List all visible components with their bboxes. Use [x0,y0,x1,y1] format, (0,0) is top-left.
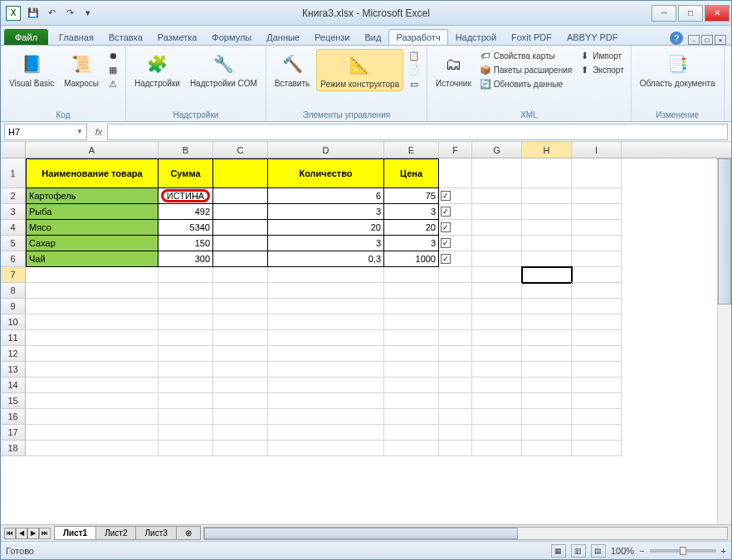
cell-E6[interactable]: 1000 [384,251,439,267]
cell-D15[interactable] [268,393,384,409]
save-icon[interactable]: 💾 [26,6,41,21]
zoom-out-button[interactable]: − [639,546,644,556]
cell-I18[interactable] [572,441,622,456]
cell-H4[interactable] [522,220,572,236]
cell-B1[interactable]: Сумма [159,158,213,188]
cell-F5[interactable]: ✓ [439,236,472,251]
cell-C9[interactable] [213,299,268,314]
cell-C8[interactable] [213,283,268,299]
cell-A1[interactable]: Наименование товара [26,158,159,188]
cell-B4[interactable]: 5340 [159,220,213,236]
tab-file[interactable]: Файл [4,29,48,45]
cell-A16[interactable] [26,409,159,425]
maximize-button[interactable]: □ [678,5,703,22]
cell-D16[interactable] [268,409,384,425]
hscroll-thumb[interactable] [204,528,518,539]
row-header-9[interactable]: 9 [1,299,26,314]
cell-I17[interactable] [572,425,622,441]
cell-F14[interactable] [439,377,472,393]
column-header-F[interactable]: F [439,142,472,158]
cell-C1[interactable] [213,158,268,188]
cell-B16[interactable] [159,409,213,425]
sheet-nav-first[interactable]: ⏮ [4,528,16,539]
row-header-13[interactable]: 13 [1,362,26,377]
sheet-tab-3[interactable]: Лист3 [135,526,176,540]
xml-import-button[interactable]: ⬇Импорт [577,49,626,62]
cell-I6[interactable] [572,251,622,267]
cell-C15[interactable] [213,393,268,409]
checkbox-6[interactable]: ✓ [441,254,451,264]
row-header-14[interactable]: 14 [1,377,26,393]
cell-H6[interactable] [522,251,572,267]
cell-I9[interactable] [572,299,622,314]
cell-E8[interactable] [384,283,439,299]
cell-I1[interactable] [572,158,622,188]
cell-I13[interactable] [572,362,622,377]
cell-F6[interactable]: ✓ [439,251,472,267]
tab-addins[interactable]: Надстрой [448,29,504,45]
run-dialog-button[interactable]: ▭ [407,77,422,90]
cell-D3[interactable]: 3 [268,204,384,220]
cell-H16[interactable] [522,409,572,425]
cell-B9[interactable] [159,299,213,314]
cell-C3[interactable] [213,204,268,220]
tab-insert[interactable]: Вставка [101,29,150,45]
cell-I15[interactable] [572,393,622,409]
column-header-I[interactable]: I [572,142,622,158]
cell-E12[interactable] [384,346,439,362]
qat-dropdown-icon[interactable]: ▾ [81,6,95,21]
cell-D4[interactable]: 20 [268,220,384,236]
row-header-17[interactable]: 17 [1,425,26,441]
cell-I10[interactable] [572,314,622,330]
tab-view[interactable]: Вид [358,29,389,45]
name-box[interactable]: H7▼ [4,124,87,140]
cell-F17[interactable] [439,425,472,441]
cell-A4[interactable]: Мясо [26,220,159,236]
cell-G7[interactable] [472,267,522,283]
cell-G13[interactable] [472,362,522,377]
xml-export-button[interactable]: ⬆Экспорт [577,63,626,76]
cell-I8[interactable] [572,283,622,299]
cell-I16[interactable] [572,409,622,425]
undo-icon[interactable]: ↶ [44,6,59,21]
cell-B6[interactable]: 300 [159,251,213,267]
cell-H18[interactable] [522,441,572,456]
addins-button[interactable]: 🧩Надстройки [131,49,183,90]
view-normal-button[interactable]: ▦ [551,544,566,558]
checkbox-2[interactable]: ✓ [441,191,451,201]
row-header-7[interactable]: 7 [1,267,26,283]
cell-D1[interactable]: Количество [268,158,384,188]
cell-D5[interactable]: 3 [268,236,384,251]
refresh-data-button[interactable]: 🔄Обновить данные [478,77,573,90]
cell-H11[interactable] [522,330,572,346]
cell-G18[interactable] [472,441,522,456]
cell-C14[interactable] [213,377,268,393]
cell-H12[interactable] [522,346,572,362]
tab-home[interactable]: Главная [51,29,101,45]
view-pagebreak-button[interactable]: ▤ [591,544,606,558]
mdi-restore[interactable]: □ [701,35,713,45]
cell-G14[interactable] [472,377,522,393]
cell-A9[interactable] [26,299,159,314]
cell-C10[interactable] [213,314,268,330]
vscroll-thumb[interactable] [718,158,731,304]
close-button[interactable]: ✕ [705,5,730,22]
visual-basic-button[interactable]: 📘Visual Basic [6,49,57,90]
cell-H14[interactable] [522,377,572,393]
sheet-nav-prev[interactable]: ◀ [16,528,27,539]
cell-C4[interactable] [213,220,268,236]
cell-F11[interactable] [439,330,472,346]
sheet-nav-last[interactable]: ⏭ [39,528,51,539]
cell-A17[interactable] [26,425,159,441]
cell-H10[interactable] [522,314,572,330]
cell-D13[interactable] [268,362,384,377]
row-header-4[interactable]: 4 [1,220,26,236]
row-header-6[interactable]: 6 [1,251,26,267]
cell-G17[interactable] [472,425,522,441]
cell-C11[interactable] [213,330,268,346]
cell-B13[interactable] [159,362,213,377]
cell-A12[interactable] [26,346,159,362]
cell-E10[interactable] [384,314,439,330]
cell-B14[interactable] [159,377,213,393]
cell-H17[interactable] [522,425,572,441]
